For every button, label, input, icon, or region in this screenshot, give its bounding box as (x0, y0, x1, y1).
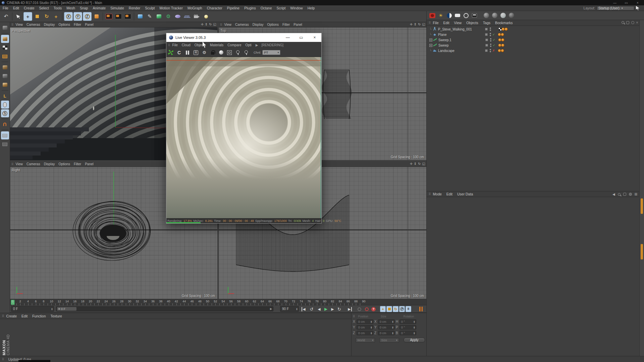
previous-key-button[interactable]: ↺ (308, 306, 315, 312)
previous-frame-button[interactable]: ◀ (316, 306, 322, 312)
model-mode-button[interactable] (1, 35, 9, 43)
render-settings-button[interactable] (123, 12, 132, 21)
octane-material-tag-icon[interactable] (504, 27, 508, 31)
persp-menu-view[interactable]: View (16, 23, 23, 26)
live-viewer-titlebar[interactable]: Live Viewer 3.05.3 — ▭ × (166, 33, 321, 42)
size-x-field[interactable]: 0 cm▲▼ (378, 319, 395, 324)
timeline-frame-2[interactable]: 2 (19, 300, 21, 303)
top-menu-display[interactable]: Display (253, 23, 264, 26)
persp-menu-display[interactable]: Display (44, 23, 55, 26)
om-menu-view[interactable]: View (454, 21, 462, 25)
timeline-frame-28[interactable]: 28 (120, 300, 123, 303)
main-menu-character[interactable]: Character (207, 6, 222, 10)
timeline-frame-90[interactable]: 90 (362, 300, 366, 303)
main-menu-simulate[interactable]: Simulate (110, 6, 124, 10)
main-menu-render[interactable]: Render (129, 6, 140, 10)
reload-scene-button[interactable]: C (176, 50, 182, 56)
material-menu-edit[interactable]: Edit (21, 314, 28, 318)
expand-icon[interactable]: + (429, 44, 432, 47)
octane-material-tag-icon[interactable] (501, 49, 504, 52)
rotation-header[interactable]: Rotation (404, 315, 425, 318)
timeline-frame-36[interactable]: 36 (151, 300, 155, 303)
enabled-toggle[interactable]: ✓ (493, 44, 497, 47)
timeline-frame-72[interactable]: 72 (292, 300, 295, 303)
lv-menu-arrow-icon[interactable]: ▶ (256, 43, 258, 47)
floor-button[interactable] (183, 12, 192, 21)
om-menu-edit[interactable]: Edit (443, 21, 449, 25)
viewport-solo-button[interactable] (1, 101, 9, 109)
lv-close-button[interactable]: × (308, 33, 321, 42)
main-menu-window[interactable]: Window (290, 6, 303, 10)
right-menu-cameras[interactable]: Cameras (26, 162, 40, 166)
side-tab-handle[interactable] (641, 198, 643, 214)
timeline-frame-56[interactable]: 56 (229, 300, 233, 303)
octane-texture-environment-button[interactable] (454, 12, 461, 19)
expand-icon[interactable]: + (429, 39, 432, 42)
right-menu-filter[interactable]: Filter (74, 162, 81, 166)
record-rotation-toggle[interactable]: ↻ (393, 306, 398, 312)
filter-icon[interactable] (626, 21, 629, 24)
zoom-view-icon[interactable]: ⇕ (414, 162, 417, 166)
timeline-frame-46[interactable]: 46 (190, 300, 194, 303)
side-tab-handle[interactable] (641, 244, 643, 259)
am-menu-mode[interactable]: Mode (433, 192, 442, 196)
octane-material-tag-icon[interactable] (501, 33, 504, 36)
top-menu-filter[interactable]: Filter (282, 23, 290, 26)
timeline-frame-76[interactable]: 76 (308, 300, 311, 303)
camera-button[interactable] (192, 12, 201, 21)
lv-menu-opti[interactable]: Opti (245, 43, 251, 47)
main-menu-snap[interactable]: Snap (80, 6, 88, 10)
pick-material-button[interactable] (243, 50, 249, 56)
window-titlebar[interactable]: CINEMA 4D R17.016 Studio (R17) - [archCo… (0, 0, 644, 5)
right-menu-panel[interactable]: Panel (85, 162, 94, 166)
main-menu-animate[interactable]: Animate (93, 6, 106, 10)
drag-handle-icon[interactable]: ⠿ (429, 192, 431, 196)
apply-button[interactable]: Apply (404, 338, 425, 343)
timeline-frame-22[interactable]: 22 (97, 300, 100, 303)
maximize-view-icon[interactable]: ◱ (422, 22, 425, 26)
main-menu-help[interactable]: Help (308, 6, 315, 10)
timeline-frame-70[interactable]: 70 (284, 300, 287, 303)
undo-button[interactable]: ↶ (2, 12, 10, 21)
timeline-frame-64[interactable]: 64 (261, 300, 264, 303)
size-header[interactable]: Size (381, 315, 402, 318)
main-menu-create[interactable]: Create (24, 6, 35, 10)
top-menu-options[interactable]: Options (267, 23, 278, 26)
timeline-frame-62[interactable]: 62 (253, 300, 256, 303)
timeline-frame-10[interactable]: 10 (50, 300, 53, 303)
attribute-manager-body[interactable] (426, 197, 644, 356)
timeline-frame-40[interactable]: 40 (167, 300, 170, 303)
object-name[interactable]: Sweep.1 (438, 38, 485, 42)
size-mode-dropdown[interactable]: Size▾ (379, 338, 399, 343)
end-frame-field[interactable]: 90 F ▲▼ (280, 306, 299, 312)
render-region-button[interactable] (226, 50, 232, 56)
right-menu-options[interactable]: Options (58, 162, 70, 166)
clay-mode-button[interactable] (218, 50, 224, 56)
restart-render-button[interactable] (168, 50, 174, 56)
visibility-dots[interactable] (490, 33, 491, 36)
history-icon[interactable] (629, 193, 632, 196)
render-view-button[interactable] (105, 12, 113, 21)
lv-menu-compare[interactable]: Compare (227, 43, 241, 47)
main-menu-sculpt[interactable]: Sculpt (145, 6, 155, 10)
move-tool[interactable]: + (23, 12, 32, 21)
live-viewer-render-canvas[interactable] (166, 57, 321, 219)
frame-stepper[interactable]: ▲▼ (296, 308, 298, 310)
coordinate-system-button[interactable] (92, 12, 101, 21)
octane-specular-material-button[interactable] (499, 12, 507, 19)
timeline-frame-86[interactable]: 86 (346, 300, 350, 303)
timeline-frame-88[interactable]: 88 (354, 300, 358, 303)
make-editable-button[interactable] (1, 24, 9, 32)
timeline-frame-42[interactable]: 42 (175, 300, 178, 303)
edge-mode-button[interactable] (1, 72, 9, 80)
workplane-mode-button[interactable] (1, 52, 9, 60)
path-icon[interactable] (631, 21, 634, 24)
persp-menu-cameras[interactable]: Cameras (26, 23, 40, 26)
om-menu-objects[interactable]: Objects (466, 21, 478, 25)
record-position-toggle[interactable]: + (380, 306, 386, 312)
timeline-frame-32[interactable]: 32 (136, 300, 139, 303)
octane-mix-material-button[interactable] (508, 12, 515, 19)
drag-handle-icon[interactable]: ⠿ (220, 23, 222, 26)
layer-color-chip[interactable] (485, 39, 488, 41)
main-menu-mograph[interactable]: MoGraph (187, 6, 202, 10)
